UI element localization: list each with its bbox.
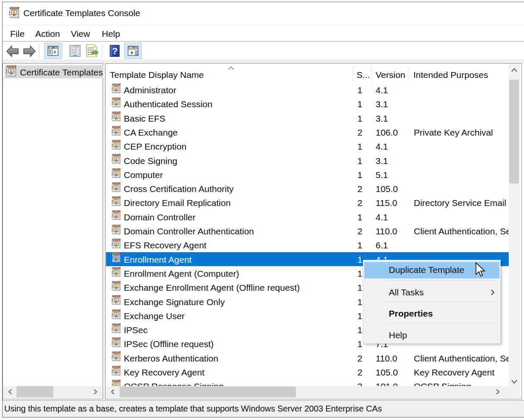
svg-text:?: ? xyxy=(112,46,117,56)
